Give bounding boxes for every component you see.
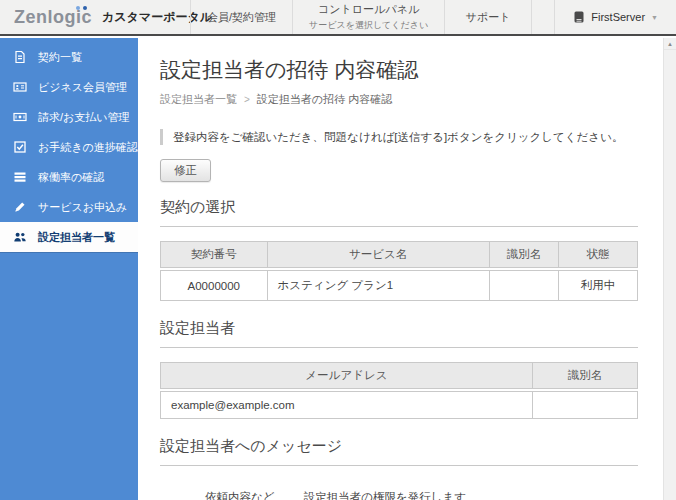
sidebar-item-label: 契約一覧 [38,50,82,65]
account-name: FirstServer [591,11,645,23]
message-section-heading: 設定担当者へのメッセージ [160,437,638,466]
menu-label: コントロールパネル [318,2,419,17]
sidebar-item-contracts[interactable]: 契約一覧 [0,42,138,72]
logo-dot-dark [83,6,87,10]
staff-table: メールアドレス 識別名 example@example.com [160,360,638,421]
logo[interactable]: Zenlogic カスタマーポータル [0,0,190,34]
message-label: 依頼内容など [205,491,275,500]
cell-status: 利用中 [559,270,638,301]
logo-dot-light [76,6,80,10]
chevron-down-icon: ▼ [651,14,658,21]
menu-control-panel[interactable]: コントロールパネル サービスを選択してください [292,0,444,34]
contract-table: 契約番号 サービス名 識別名 状態 A0000000 ホスティング プラン1 利… [160,239,638,303]
pen-icon [13,200,27,214]
main-content: 設定担当者の招待 内容確認 設定担当者一覧 > 設定担当者の招待 内容確認 登録… [138,38,663,500]
sidebar-item-uptime[interactable]: 稼働率の確認 [0,162,138,192]
sidebar-item-billing[interactable]: 請求/お支払い管理 [0,102,138,132]
checkbox-icon [13,140,27,154]
breadcrumb: 設定担当者一覧 > 設定担当者の招待 内容確認 [160,92,638,107]
cell-email: example@example.com [160,391,533,419]
menu-label: 会員/契約管理 [207,10,276,25]
message-line: 依頼内容など 設定担当者の権限を発行します [205,490,638,500]
sidebar-item-label: 請求/お支払い管理 [38,110,130,125]
sidebar-item-label: ビジネス会員管理 [38,80,127,95]
server-icon [573,11,585,23]
sidebar-item-service-apply[interactable]: サービスお申込み [0,192,138,222]
account-dropdown[interactable]: FirstServer ▼ [554,0,676,34]
breadcrumb-parent-link[interactable]: 設定担当者一覧 [160,92,237,107]
sidebar: 契約一覧 ビジネス会員管理 請求/お支払い管理 お手続きの進捗確認 稼働率の確認… [0,38,138,500]
col-identifier: 識別名 [490,241,559,268]
vertical-scrollbar[interactable]: ▲ [663,38,676,500]
confirmation-note: 登録内容をご確認いただき、問題なければ[送信する]ボタンをクリックしてください。 [160,129,638,145]
menu-support[interactable]: サポート [444,0,532,34]
top-header: Zenlogic カスタマーポータル 会員/契約管理 コントロールパネル サービ… [0,0,676,36]
sidebar-item-label: サービスお申込み [38,200,127,215]
col-email: メールアドレス [160,362,533,389]
users-icon [13,230,27,244]
billing-icon [13,110,27,124]
scroll-up-arrow-icon[interactable]: ▲ [664,38,676,50]
cell-identifier [533,391,638,419]
col-identifier: 識別名 [533,362,638,389]
staff-table-row: example@example.com [160,391,638,419]
sidebar-item-business-members[interactable]: ビジネス会員管理 [0,72,138,102]
cell-service-name: ホスティング プラン1 [268,270,490,301]
contract-table-header-row: 契約番号 サービス名 識別名 状態 [160,241,638,268]
cell-identifier [490,270,559,301]
top-menu: 会員/契約管理 コントロールパネル サービスを選択してください サポート [190,0,532,34]
edit-button[interactable]: 修正 [160,159,211,182]
staff-section-heading: 設定担当者 [160,319,638,348]
page-title: 設定担当者の招待 内容確認 [160,56,638,84]
col-status: 状態 [559,241,638,268]
sidebar-item-label: 稼働率の確認 [38,170,104,185]
contract-table-row: A0000000 ホスティング プラン1 利用中 [160,270,638,301]
cell-contract-number: A0000000 [160,270,268,301]
sidebar-item-progress[interactable]: お手続きの進捗確認 [0,132,138,162]
logo-zenlogic: Zenlogic [14,7,96,28]
sidebar-item-staff-list[interactable]: 設定担当者一覧 [0,222,138,252]
id-card-icon [13,80,27,94]
document-icon [13,50,27,64]
contract-section-heading: 契約の選択 [160,198,638,227]
breadcrumb-separator: > [244,94,250,105]
menu-label: サポート [466,10,511,25]
menu-member-contract[interactable]: 会員/契約管理 [190,0,292,34]
sidebar-item-label: 設定担当者一覧 [38,230,115,245]
staff-table-header-row: メールアドレス 識別名 [160,362,638,389]
breadcrumb-current: 設定担当者の招待 内容確認 [257,92,392,107]
col-service-name: サービス名 [268,241,490,268]
sidebar-item-label: お手続きの進捗確認 [38,140,138,155]
menu-sublabel: サービスを選択してください [309,19,428,32]
col-contract-number: 契約番号 [160,241,268,268]
message-value: 設定担当者の権限を発行します [304,491,466,500]
server-list-icon [13,170,27,184]
